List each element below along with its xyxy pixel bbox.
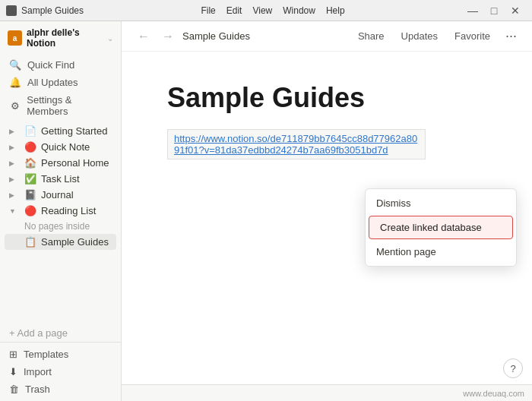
trash-label: Trash <box>25 384 50 395</box>
nav-item-task-list[interactable]: ▶ ✅ Task List <box>5 171 116 187</box>
menu-help[interactable]: Help <box>326 5 345 16</box>
search-icon: 🔍 <box>9 59 21 71</box>
workspace-avatar: a <box>8 30 22 46</box>
nav-item-reading-list[interactable]: ▼ 🔴 Reading List <box>5 203 116 219</box>
toggle-reading-list: ▼ <box>9 207 20 215</box>
more-options-button[interactable]: ··· <box>502 27 520 46</box>
label-quick-note: Quick Note <box>41 141 112 153</box>
workspace-header[interactable]: a alphr delle's Notion ⌄ <box>0 21 121 55</box>
context-menu-mention-page[interactable]: Mention page <box>366 241 516 263</box>
content-header: ← → Sample Guides Share Updates Favorite… <box>122 21 532 52</box>
app-icon <box>6 5 17 16</box>
help-button[interactable]: ? <box>503 358 523 378</box>
toggle-personal-home: ▶ <box>9 159 20 167</box>
workspace-chevron: ⌄ <box>107 34 113 43</box>
title-bar: Sample Guides File Edit View Window Help… <box>0 0 532 21</box>
nav-item-personal-home[interactable]: ▶ 🏠 Personal Home <box>5 155 116 171</box>
context-menu: Dismiss Create linked database Mention p… <box>365 188 517 267</box>
trash-icon: 🗑 <box>9 384 19 395</box>
main-content: ← → Sample Guides Share Updates Favorite… <box>122 21 532 401</box>
title-bar-left: Sample Guides <box>6 5 84 16</box>
settings-action[interactable]: ⚙ Settings & Members <box>5 91 116 120</box>
bell-icon: 🔔 <box>9 77 21 88</box>
app-body: a alphr delle's Notion ⌄ 🔍 Quick Find 🔔 … <box>0 21 532 401</box>
share-button[interactable]: Share <box>353 27 389 45</box>
import-icon: ⬇ <box>9 366 17 377</box>
nav-item-sample-guides[interactable]: 📋 Sample Guides <box>5 234 116 250</box>
sidebar-nav: ▶ 📄 Getting Started ▶ 🔴 Quick Note ▶ 🏠 P… <box>0 122 121 324</box>
trash-item[interactable]: 🗑 Trash <box>5 380 116 398</box>
icon-getting-started: 📄 <box>24 125 36 137</box>
icon-reading-list: 🔴 <box>24 205 36 216</box>
icon-personal-home: 🏠 <box>24 157 36 169</box>
context-menu-create-linked-database[interactable]: Create linked database <box>369 216 513 239</box>
settings-icon: ⚙ <box>9 100 21 112</box>
header-actions: Share Updates Favorite ··· <box>353 27 520 46</box>
workspace-label: alphr delle's Notion <box>27 27 107 49</box>
back-button[interactable]: ← <box>134 27 154 46</box>
menu-view[interactable]: View <box>252 5 272 16</box>
title-bar-menu: File Edit View Window Help <box>201 5 344 16</box>
header-nav: ← → Sample Guides <box>134 27 250 46</box>
toggle-quick-note: ▶ <box>9 144 20 151</box>
workspace-name: a alphr delle's Notion <box>8 27 107 49</box>
menu-file[interactable]: File <box>201 5 215 16</box>
label-journal: Journal <box>41 189 112 200</box>
breadcrumb: Sample Guides <box>182 30 250 42</box>
sidebar-top-actions: 🔍 Quick Find 🔔 All Updates ⚙ Settings & … <box>0 55 121 122</box>
nav-item-getting-started[interactable]: ▶ 📄 Getting Started <box>5 123 116 139</box>
menu-edit[interactable]: Edit <box>226 5 242 16</box>
nav-item-quick-note[interactable]: ▶ 🔴 Quick Note <box>5 139 116 155</box>
toggle-task-list: ▶ <box>9 175 20 183</box>
page-body: Sample Guides https://www.notion.so/de71… <box>122 52 532 384</box>
icon-journal: 📓 <box>24 189 36 200</box>
updates-button[interactable]: Updates <box>397 27 442 45</box>
title-bar-title: Sample Guides <box>21 5 84 16</box>
toggle-journal: ▶ <box>9 191 20 199</box>
label-sample-guides: Sample Guides <box>41 236 112 248</box>
icon-sample-guides: 📋 <box>24 236 36 248</box>
context-menu-dismiss[interactable]: Dismiss <box>366 192 516 214</box>
settings-label: Settings & Members <box>27 94 112 117</box>
all-updates-label: All Updates <box>27 77 78 88</box>
icon-quick-note: 🔴 <box>24 141 36 153</box>
no-pages-label: No pages inside <box>5 219 116 234</box>
label-task-list: Task List <box>41 173 112 185</box>
templates-icon: ⊞ <box>9 349 17 360</box>
minimize-button[interactable]: — <box>462 0 483 21</box>
import-item[interactable]: ⬇ Import <box>5 363 116 380</box>
label-getting-started: Getting Started <box>41 125 112 137</box>
quick-find-label: Quick Find <box>27 59 74 71</box>
import-label: Import <box>24 366 52 377</box>
toggle-getting-started: ▶ <box>9 128 20 135</box>
status-bar: www.deuaq.com <box>122 384 532 401</box>
close-button[interactable]: ✕ <box>505 0 526 21</box>
quick-find-action[interactable]: 🔍 Quick Find <box>5 56 116 74</box>
title-bar-controls: — □ ✕ <box>462 0 526 21</box>
maximize-button[interactable]: □ <box>483 0 505 21</box>
label-personal-home: Personal Home <box>41 157 112 169</box>
icon-task-list: ✅ <box>24 173 36 185</box>
sidebar: a alphr delle's Notion ⌄ 🔍 Quick Find 🔔 … <box>0 21 122 401</box>
page-link[interactable]: https://www.notion.so/de711879bb7645cc88… <box>167 129 426 159</box>
add-page-label: + Add a page <box>9 327 68 339</box>
page-title: Sample Guides <box>167 82 486 114</box>
forward-button[interactable]: → <box>158 27 178 46</box>
sidebar-bottom: ⊞ Templates ⬇ Import 🗑 Trash <box>0 342 121 401</box>
status-url: www.deuaq.com <box>463 389 524 398</box>
label-reading-list: Reading List <box>41 205 112 216</box>
nav-item-journal[interactable]: ▶ 📓 Journal <box>5 187 116 203</box>
favorite-button[interactable]: Favorite <box>450 27 495 45</box>
templates-label: Templates <box>24 349 68 360</box>
templates-item[interactable]: ⊞ Templates <box>5 346 116 363</box>
all-updates-action[interactable]: 🔔 All Updates <box>5 74 116 91</box>
menu-window[interactable]: Window <box>283 5 315 16</box>
add-page-button[interactable]: + Add a page <box>0 324 121 342</box>
